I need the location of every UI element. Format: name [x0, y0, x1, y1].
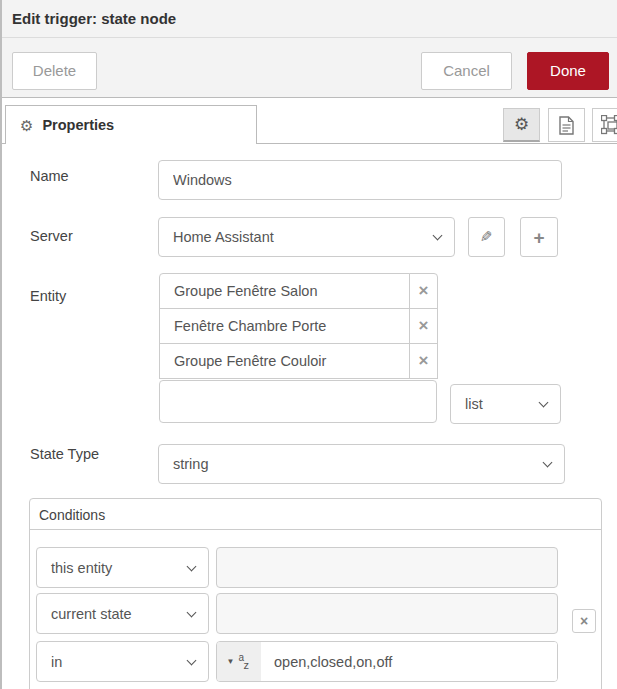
- tab-properties[interactable]: ⚙ Properties: [5, 105, 257, 144]
- state-type-label: State Type: [30, 446, 99, 462]
- typed-input-type-button[interactable]: ▼ a z: [217, 642, 261, 681]
- entity-type-value: list: [465, 396, 483, 412]
- server-select[interactable]: Home Assistant: [158, 217, 455, 257]
- chevron-down-icon: [433, 231, 443, 241]
- dialog-toolbar: Delete Cancel Done: [0, 38, 617, 98]
- entity-row: Groupe Fenêtre Salon ×: [159, 273, 438, 309]
- name-input[interactable]: [158, 160, 562, 200]
- add-server-button[interactable]: +: [520, 217, 558, 257]
- remove-entity-button[interactable]: ×: [409, 273, 438, 309]
- remove-condition-button[interactable]: ×: [572, 609, 596, 633]
- server-select-value: Home Assistant: [173, 229, 274, 245]
- tab-properties-label: Properties: [42, 117, 114, 133]
- caret-down-icon: ▼: [227, 658, 235, 666]
- condition-property-select[interactable]: in: [36, 641, 209, 682]
- properties-tab-button[interactable]: ⚙: [503, 108, 540, 142]
- x-icon: ×: [419, 351, 429, 371]
- x-icon: ×: [419, 281, 429, 301]
- entity-list: Groupe Fenêtre Salon × Fenêtre Chambre P…: [159, 273, 438, 379]
- appearance-icon: [601, 115, 617, 135]
- chevron-down-icon: [187, 655, 197, 665]
- dialog-title: Edit trigger: state node: [12, 10, 176, 27]
- delete-button[interactable]: Delete: [12, 52, 97, 90]
- pencil-icon: ✎: [480, 228, 493, 246]
- edit-node-dialog: Edit trigger: state node Delete Cancel D…: [0, 0, 617, 689]
- x-icon: ×: [580, 613, 588, 629]
- chevron-down-icon: [187, 561, 197, 571]
- tray-left-border: [0, 0, 2, 689]
- remove-entity-button[interactable]: ×: [409, 343, 438, 379]
- entity-row: Fenêtre Chambre Porte ×: [159, 308, 438, 344]
- condition-property-select[interactable]: current state: [36, 593, 209, 634]
- condition-property-select[interactable]: this entity: [36, 547, 209, 588]
- cancel-button[interactable]: Cancel: [421, 52, 512, 90]
- entity-value: Groupe Fenêtre Salon: [159, 273, 410, 309]
- gear-icon: ⚙: [514, 114, 529, 135]
- entity-label: Entity: [30, 288, 66, 304]
- remove-entity-button[interactable]: ×: [409, 308, 438, 344]
- x-icon: ×: [419, 316, 429, 336]
- chevron-down-icon: [539, 398, 549, 408]
- document-icon: [559, 116, 574, 135]
- condition-property-value: this entity: [51, 560, 112, 576]
- entity-row: Groupe Fenêtre Couloir ×: [159, 343, 438, 379]
- name-label: Name: [30, 168, 69, 184]
- conditions-section: Conditions this entity current state × i…: [29, 498, 602, 689]
- tab-bar: ⚙ Properties ⚙: [0, 98, 617, 144]
- entity-type-select[interactable]: list: [450, 384, 561, 424]
- condition-value-text-input[interactable]: [261, 642, 557, 681]
- chevron-down-icon: [187, 607, 197, 617]
- conditions-title: Conditions: [39, 507, 105, 523]
- gear-icon: ⚙: [20, 118, 33, 133]
- done-button[interactable]: Done: [527, 52, 609, 90]
- appearance-tab-button[interactable]: [592, 108, 617, 142]
- condition-typed-input: ▼ a z: [216, 641, 558, 682]
- entity-value: Groupe Fenêtre Couloir: [159, 343, 410, 379]
- description-tab-button[interactable]: [548, 108, 585, 142]
- server-label: Server: [30, 228, 73, 244]
- conditions-divider: [30, 529, 601, 530]
- add-entity-input[interactable]: [159, 380, 437, 423]
- state-type-value: string: [173, 456, 208, 472]
- entity-value: Fenêtre Chambre Porte: [159, 308, 410, 344]
- dialog-header: Edit trigger: state node: [0, 0, 617, 38]
- condition-value-input: [216, 547, 558, 588]
- plus-icon: +: [533, 228, 544, 247]
- state-type-select[interactable]: string: [158, 444, 565, 484]
- condition-property-value: current state: [51, 606, 132, 622]
- condition-value-input: [216, 593, 558, 634]
- edit-server-button[interactable]: ✎: [468, 217, 505, 257]
- sort-az-icon: a z: [238, 653, 251, 671]
- condition-property-value: in: [51, 654, 62, 670]
- chevron-down-icon: [543, 458, 553, 468]
